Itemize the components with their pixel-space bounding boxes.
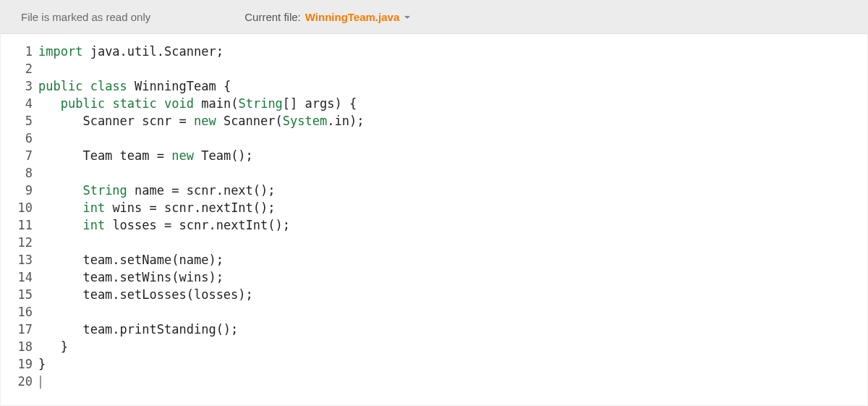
file-selector-dropdown[interactable]: WinningTeam.java — [305, 11, 411, 23]
code-line: team.setWins(wins); — [38, 268, 867, 286]
line-number: 12 — [1, 234, 33, 251]
line-number: 4 — [1, 95, 33, 112]
code-line: team.setName(name); — [38, 251, 867, 268]
code-line — [38, 130, 867, 147]
line-number-gutter: 1234567891011121314151617181920 — [1, 43, 38, 390]
code-line — [38, 60, 867, 77]
code-line: Scanner scnr = new Scanner(System.in); — [38, 112, 867, 130]
line-number: 19 — [1, 355, 33, 373]
line-number: 1 — [1, 43, 33, 60]
code-editor[interactable]: 1234567891011121314151617181920 import j… — [1, 34, 867, 390]
line-number: 9 — [1, 182, 33, 199]
code-line: public static void main(String[] args) { — [38, 95, 867, 112]
code-line: team.printStanding(); — [38, 321, 867, 338]
code-line: import java.util.Scanner; — [38, 43, 867, 60]
code-line — [38, 234, 867, 251]
line-number: 7 — [1, 147, 33, 164]
line-number: 16 — [1, 303, 33, 321]
code-line: int losses = scnr.nextInt(); — [38, 216, 867, 234]
code-line: team.setLosses(losses); — [38, 286, 867, 303]
code-line — [38, 373, 867, 390]
line-number: 15 — [1, 286, 33, 303]
current-file-label: Current file: — [244, 11, 301, 23]
line-number: 5 — [1, 112, 33, 130]
header-center: Current file: WinningTeam.java — [150, 11, 847, 23]
code-line: String name = scnr.next(); — [38, 182, 867, 199]
line-number: 11 — [1, 216, 33, 234]
line-number: 14 — [1, 268, 33, 286]
line-number: 10 — [1, 199, 33, 216]
code-line: int wins = scnr.nextInt(); — [38, 199, 867, 216]
code-line: } — [38, 355, 867, 373]
line-number: 2 — [1, 60, 33, 77]
readonly-status-label: File is marked as read only — [21, 11, 150, 23]
code-line: } — [38, 338, 867, 355]
editor-header: File is marked as read only Current file… — [1, 1, 867, 34]
text-cursor — [40, 376, 41, 389]
line-number: 17 — [1, 321, 33, 338]
caret-down-icon — [404, 11, 411, 23]
line-number: 18 — [1, 338, 33, 355]
line-number: 6 — [1, 130, 33, 147]
code-content: import java.util.Scanner;public class Wi… — [38, 43, 867, 390]
code-line: Team team = new Team(); — [38, 147, 867, 164]
code-line — [38, 303, 867, 321]
line-number: 3 — [1, 77, 33, 95]
line-number: 13 — [1, 251, 33, 268]
line-number: 8 — [1, 164, 33, 182]
code-line: public class WinningTeam { — [38, 77, 867, 95]
current-file-name: WinningTeam.java — [305, 11, 399, 23]
editor-container: File is marked as read only Current file… — [0, 0, 868, 406]
code-line — [38, 164, 867, 182]
line-number: 20 — [1, 373, 33, 390]
